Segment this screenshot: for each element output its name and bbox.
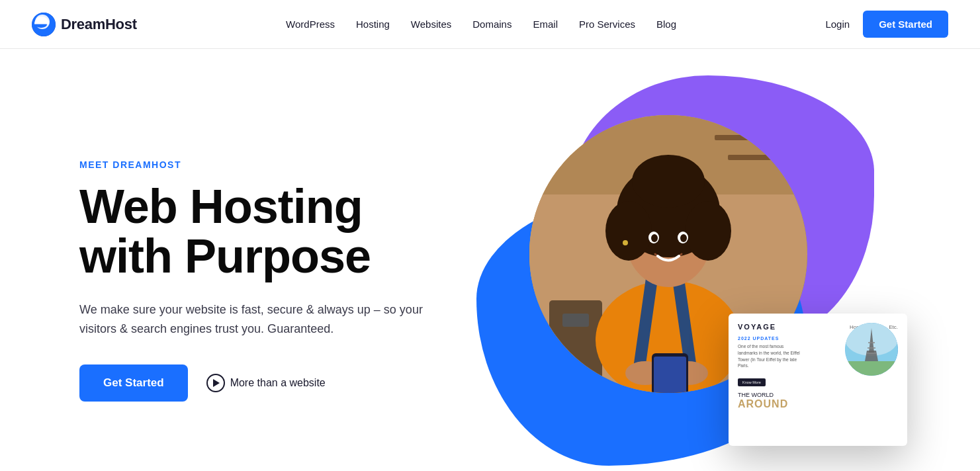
play-circle-icon xyxy=(206,374,225,392)
play-triangle-icon xyxy=(213,379,220,387)
nav-item-wordpress[interactable]: WordPress xyxy=(286,19,335,30)
brand-name: DreamHost xyxy=(61,16,137,33)
hero-title-line1: Web Hosting xyxy=(79,180,363,233)
svg-point-22 xyxy=(623,240,628,245)
svg-rect-6 xyxy=(728,155,807,160)
more-than-website-button[interactable]: More than a website xyxy=(206,374,326,392)
nav-links: WordPress Hosting Websites Domains Email… xyxy=(286,19,676,30)
nav-item-websites[interactable]: Websites xyxy=(411,19,451,30)
svg-point-2 xyxy=(35,21,47,28)
nav-item-hosting[interactable]: Hosting xyxy=(356,19,390,30)
hero-section: MEET DREAMHOST Web Hosting with Purpose … xyxy=(0,49,980,471)
card-brand: VOYAGE xyxy=(738,323,776,331)
nav-get-started-button[interactable]: Get Started xyxy=(863,11,948,38)
nav-item-email[interactable]: Email xyxy=(533,19,558,30)
hero-title-line2: with Purpose xyxy=(79,230,371,282)
hero-content: MEET DREAMHOST Web Hosting with Purpose … xyxy=(79,159,490,402)
svg-rect-26 xyxy=(654,357,686,393)
svg-point-16 xyxy=(685,201,731,261)
hero-get-started-button[interactable]: Get Started xyxy=(79,364,188,402)
svg-point-20 xyxy=(651,234,658,242)
hero-title: Web Hosting with Purpose xyxy=(79,182,490,282)
nav-item-blog[interactable]: Blog xyxy=(656,19,676,30)
svg-point-15 xyxy=(605,201,652,261)
hero-eyebrow: MEET DREAMHOST xyxy=(79,159,490,170)
navbar: DreamHost WordPress Hosting Websites Dom… xyxy=(0,0,980,49)
logo-icon xyxy=(32,13,56,36)
hero-visual: VOYAGE Home Travel Etc. 2022 UPDATES One… xyxy=(490,89,927,471)
svg-point-17 xyxy=(632,155,705,208)
card-body: 2022 UPDATES One of the most famous land… xyxy=(738,336,898,410)
card-know-more[interactable]: Know More xyxy=(738,378,766,386)
svg-marker-31 xyxy=(865,351,878,361)
nav-item-pro-services[interactable]: Pro Services xyxy=(579,19,635,30)
card-eiffel-circle xyxy=(845,323,898,376)
website-card: VOYAGE Home Travel Etc. 2022 UPDATES One… xyxy=(729,314,907,446)
nav-item-domains[interactable]: Domains xyxy=(472,19,512,30)
logo[interactable]: DreamHost xyxy=(32,13,137,36)
card-image xyxy=(834,314,907,446)
hero-description: We make sure your website is fast, secur… xyxy=(79,300,437,339)
svg-point-21 xyxy=(680,234,687,242)
eiffel-svg xyxy=(845,323,898,376)
svg-rect-29 xyxy=(845,361,898,376)
login-link[interactable]: Login xyxy=(825,19,850,30)
nav-actions: Login Get Started xyxy=(825,11,948,38)
svg-rect-8 xyxy=(562,314,589,327)
card-body-text: One of the most famous landmarks in the … xyxy=(738,343,804,369)
svg-rect-5 xyxy=(715,135,807,140)
secondary-cta-label: More than a website xyxy=(230,377,326,389)
logo-svg xyxy=(32,13,56,36)
hero-actions: Get Started More than a website xyxy=(79,364,490,402)
